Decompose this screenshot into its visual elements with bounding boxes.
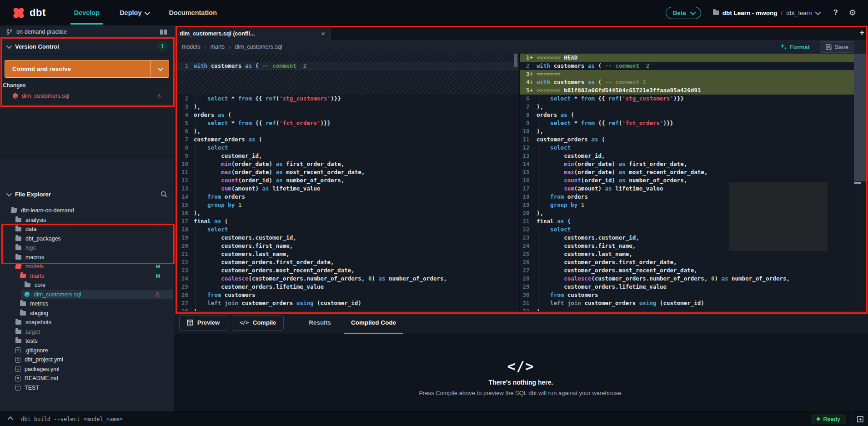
line-number: 18 xyxy=(520,193,537,201)
version-control-header[interactable]: Version Control 1 xyxy=(0,39,174,55)
docs-book-icon[interactable] xyxy=(160,29,167,35)
version-control-body: Commit and resolve Changes dim_customers… xyxy=(0,60,174,157)
scrollbar-thumb[interactable] xyxy=(854,54,868,181)
beta-badge[interactable]: Beta xyxy=(666,7,701,19)
changed-file-row[interactable]: dim_customers.sql ⚠ xyxy=(0,90,174,102)
folder-icon xyxy=(713,10,719,15)
code-line: 8 select xyxy=(174,144,519,152)
line-number: 24 xyxy=(174,275,194,283)
file-tree-item[interactable]: analysis xyxy=(0,216,174,225)
branch-row[interactable]: on-demand-practice xyxy=(0,25,174,39)
diff-pane-current[interactable]: 1with customers as ( -- comment 2 2 sele… xyxy=(174,54,520,311)
chevron-up-icon xyxy=(7,416,13,422)
file-tree-item[interactable]: target xyxy=(0,327,174,337)
commit-and-resolve-button[interactable]: Commit and resolve xyxy=(5,60,169,78)
nav-deploy[interactable]: Deploy xyxy=(110,0,159,25)
code-line: 13 sum(amount) as lifetime_value xyxy=(174,185,519,193)
commit-dropdown-button[interactable] xyxy=(150,60,169,77)
code-line: 16), xyxy=(174,209,519,217)
command-input[interactable]: dbt build --select <model_name> xyxy=(21,416,811,422)
file-tree-item-label: marts xyxy=(30,273,151,279)
file-tree-item[interactable]: macros xyxy=(0,253,174,262)
search-icon[interactable] xyxy=(161,191,167,198)
editor-tab[interactable]: dim_customers.sql (confli... × xyxy=(174,26,331,40)
tab-compiled-code[interactable]: Compiled Code xyxy=(351,311,396,334)
gear-icon[interactable]: ⚙ xyxy=(849,8,856,18)
editor-tab-bar: dim_customers.sql (confli... × + xyxy=(174,26,868,40)
line-number: 25 xyxy=(520,250,537,258)
file-tree-item[interactable]: .gitignore xyxy=(0,346,174,356)
file-tree-item[interactable]: modelsM xyxy=(0,262,174,271)
file-tree-item-label: dbt_packages xyxy=(25,236,160,242)
breadcrumb-row: models › marts › dim_customers.sql Forma… xyxy=(174,40,868,54)
file-explorer-header[interactable]: File Explorer xyxy=(0,186,174,202)
folder-icon xyxy=(15,236,21,241)
code-line: 21 customers.last_name, xyxy=(174,250,519,258)
file-tree-item-label: metrics xyxy=(30,301,160,307)
format-button[interactable]: Format xyxy=(780,44,810,50)
code-line: 20 customers.first_name, xyxy=(174,242,519,250)
branch-name: on-demand-practice xyxy=(16,29,156,35)
file-tree-item[interactable]: dbt_packages xyxy=(0,234,174,244)
breadcrumb-models[interactable]: models xyxy=(182,44,200,50)
compile-button[interactable]: </> Compile xyxy=(232,315,284,331)
project-selector[interactable]: dbt Learn - mwong / dbt_learn xyxy=(713,10,820,16)
code-line: 26 customer_orders.first_order_date, xyxy=(520,258,868,266)
file-tree-item[interactable]: README.md xyxy=(0,374,174,383)
file-tree-item-label: dbt_project.yml xyxy=(25,356,160,363)
empty-state-title: There's nothing here. xyxy=(174,379,868,386)
file-tree-item-label: models xyxy=(25,263,151,270)
file-tree-item[interactable]: tests xyxy=(0,336,174,346)
diff-filler-line xyxy=(174,70,519,78)
nav-develop[interactable]: Develop xyxy=(64,0,110,25)
line-number: 18 xyxy=(174,226,194,234)
line-number: 12 xyxy=(174,176,194,185)
line-number: 12 xyxy=(520,144,537,152)
file-tree-item[interactable]: logs xyxy=(0,243,174,253)
code-line: 22 customer_orders.first_order_date, xyxy=(174,258,519,266)
file-tree-item[interactable]: packages.yml xyxy=(0,365,174,374)
top-bar: dbt Develop Deploy Documentation Beta db… xyxy=(0,0,868,25)
close-icon[interactable]: × xyxy=(321,30,325,37)
file-tree[interactable]: dbt-learn-on-demandanalysisdatadbt_packa… xyxy=(0,202,174,392)
expand-command-bar-icon[interactable] xyxy=(5,417,16,421)
help-icon[interactable]: ? xyxy=(833,8,838,17)
status-bar: dbt build --select <model_name> Ready xyxy=(0,411,868,426)
save-icon xyxy=(826,44,832,50)
line-number: 14 xyxy=(174,193,194,201)
code-line: 8 orders as ( xyxy=(520,111,868,119)
file-tree-item-label: data xyxy=(25,226,160,232)
line-number: 1 xyxy=(174,62,194,70)
file-tree-item[interactable]: TEST xyxy=(0,383,174,393)
line-number: 29 xyxy=(520,283,537,291)
line-number: 8 xyxy=(174,144,194,152)
code-line: 11 customer_orders as ( xyxy=(520,135,868,144)
new-tab-icon[interactable]: + xyxy=(859,28,864,38)
editor-scrollbar[interactable] xyxy=(854,54,868,311)
line-number: 10 xyxy=(174,160,194,168)
tab-results[interactable]: Results xyxy=(309,311,331,334)
file-tree-item[interactable]: snapshots xyxy=(0,318,174,327)
file-tree-item[interactable]: dim_customers.sql⚠ xyxy=(0,290,174,300)
chevron-down-icon xyxy=(145,9,151,15)
nav-documentation[interactable]: Documentation xyxy=(159,0,227,25)
dbt-logo[interactable]: dbt xyxy=(12,6,46,20)
file-tree-item[interactable]: data xyxy=(0,225,174,234)
status-dot-icon xyxy=(817,417,820,421)
version-control-title: Version Control xyxy=(15,43,153,50)
file-tree-item[interactable]: dbt_project.yml xyxy=(0,355,174,365)
line-number: 26 xyxy=(174,291,194,299)
code-line: 28 coalesce(customer_orders.number_of_or… xyxy=(520,275,868,283)
code-line: 19 customers.customer_id, xyxy=(174,234,519,242)
file-tree-item[interactable]: metrics xyxy=(0,299,174,309)
file-tree-item[interactable]: staging xyxy=(0,309,174,318)
panel-toggle-icon[interactable] xyxy=(852,412,868,426)
breadcrumb-file[interactable]: dim_customers.sql xyxy=(235,44,282,50)
file-tree-item[interactable]: martsM xyxy=(0,271,174,281)
breadcrumb-marts[interactable]: marts xyxy=(211,44,225,50)
file-tree-item[interactable]: dbt-learn-on-demand xyxy=(0,206,174,216)
line-number: 28 xyxy=(174,307,194,311)
preview-button[interactable]: Preview xyxy=(179,315,227,331)
file-tree-item[interactable]: core xyxy=(0,281,174,290)
save-button[interactable]: Save xyxy=(820,41,854,53)
